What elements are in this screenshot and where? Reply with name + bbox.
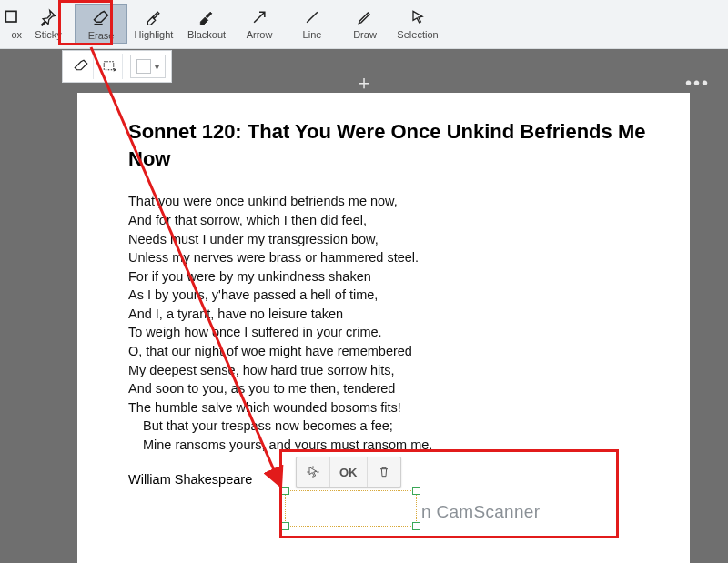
erase-mode-button[interactable] <box>68 54 94 79</box>
tool-box[interactable]: ox <box>0 4 22 42</box>
tool-label: Erase <box>88 30 115 41</box>
resize-handle-se[interactable] <box>412 522 420 530</box>
cursor-icon <box>408 7 428 27</box>
poem-line: For if you were by my unkindness shaken <box>128 267 648 287</box>
poem-line: Unless my nerves were brass or hammered … <box>128 248 648 267</box>
tool-label: Sticky <box>35 29 61 40</box>
tool-label: Highlight <box>135 29 174 40</box>
poem-line: Needs must I under my transgression bow, <box>128 230 648 249</box>
pencil-icon <box>355 7 375 27</box>
pin-icon <box>38 7 58 27</box>
erase-selection-rect[interactable] <box>285 490 417 527</box>
color-swatch <box>136 59 151 74</box>
tool-arrow[interactable]: Arrow <box>233 4 286 42</box>
tool-sticky[interactable]: Sticky <box>22 4 75 42</box>
tool-line[interactable]: Line <box>286 4 339 42</box>
resize-handle-sw[interactable] <box>281 522 289 530</box>
poem-line: The humble salve which wounded bosoms fi… <box>128 398 648 417</box>
document-page: Sonnet 120: That You Were Once Unkind Be… <box>77 93 690 563</box>
selection-popup: OK <box>296 457 401 488</box>
more-menu-button[interactable]: ••• <box>685 73 710 94</box>
poem-line: But that your trespass now becomes a fee… <box>128 417 648 436</box>
tool-erase[interactable]: Erase <box>75 4 127 44</box>
resize-handle-ne[interactable] <box>412 487 420 495</box>
poem-body: That you were once unkind befriends me n… <box>128 192 648 454</box>
tool-label: Draw <box>353 29 377 40</box>
erase-color-picker[interactable]: ▾ <box>130 55 166 78</box>
workspace: ＋ ••• Sonnet 120: That You Were Once Unk… <box>0 49 728 563</box>
main-toolbar: ox Sticky Erase Highlight Blackout Arrow <box>0 0 728 49</box>
poem-line: To weigh how once I suffered in your cri… <box>128 323 648 342</box>
poem-line: My deepest sense, how hard true sorrow h… <box>128 361 648 380</box>
tool-highlight[interactable]: Highlight <box>127 4 180 42</box>
svg-rect-0 <box>5 11 16 22</box>
tool-label: Line <box>303 29 322 40</box>
resize-handle-nw[interactable] <box>281 487 289 495</box>
watermark-remainder: n CamScanner <box>421 502 540 522</box>
poem-line: As I by yours, y'have passed a hell of t… <box>128 286 648 305</box>
poem-line: And soon to you, as you to me then, tend… <box>128 379 648 398</box>
blackout-icon <box>197 7 217 27</box>
move-handle[interactable] <box>297 457 330 487</box>
eraser-icon <box>91 8 111 28</box>
svg-line-2 <box>307 12 318 23</box>
arrow-icon <box>249 7 269 27</box>
tool-label: Selection <box>397 29 438 40</box>
delete-button[interactable] <box>368 457 400 487</box>
poem-line: And for that sorrow, which I then did fe… <box>128 211 648 230</box>
tool-draw[interactable]: Draw <box>339 4 391 42</box>
doc-title: Sonnet 120: That You Were Once Unkind Be… <box>128 118 648 172</box>
poem-line: That you were once unkind befriends me n… <box>128 192 648 211</box>
erase-area-button[interactable] <box>97 54 123 79</box>
tool-label: Arrow <box>247 29 273 40</box>
erase-options-bar: ▾ <box>62 50 172 83</box>
line-icon <box>302 7 322 27</box>
box-icon <box>2 7 22 27</box>
poem-line: O, that our night of woe might have reme… <box>128 342 648 361</box>
svg-rect-3 <box>104 62 114 70</box>
highlighter-icon <box>144 7 164 27</box>
tool-label: ox <box>11 29 22 40</box>
poem-line: Mine ransoms yours, and yours must ranso… <box>128 436 648 455</box>
tool-selection[interactable]: Selection <box>391 4 444 42</box>
tool-label: Blackout <box>187 29 226 40</box>
ok-button[interactable]: OK <box>330 457 368 487</box>
tool-blackout[interactable]: Blackout <box>180 4 233 42</box>
chevron-down-icon: ▾ <box>155 62 159 72</box>
poem-line: And I, a tyrant, have no leisure taken <box>128 305 648 324</box>
